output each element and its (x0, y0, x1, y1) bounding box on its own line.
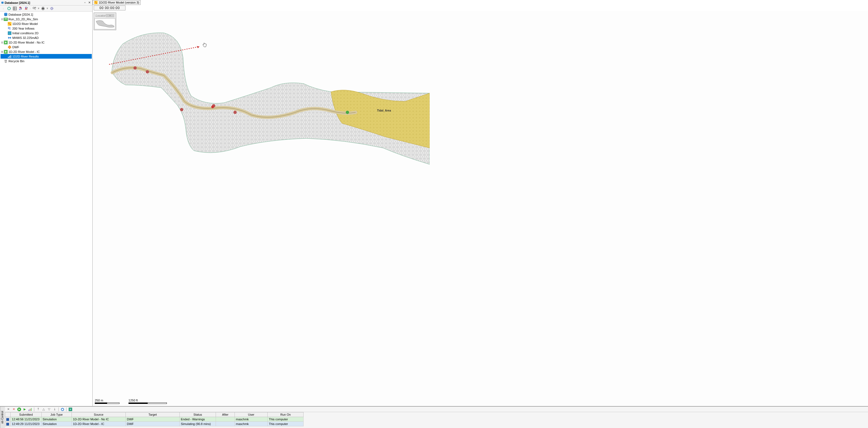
tree-sim-group[interactable]: ⊟ Run_1D_2D_Riv_Sim (1, 17, 92, 21)
drag-arrow-icon (109, 44, 205, 66)
svg-rect-20 (4, 18, 7, 19)
sim-group-icon (4, 17, 8, 21)
svg-rect-30 (8, 57, 8, 58)
tree-model-ic[interactable]: ⊞ 1D-2D River Model - IC (1, 49, 92, 54)
table-row[interactable]: 12:49:29 11/21/2023 Simulation 1D-2D Riv… (5, 422, 304, 426)
map-view: 1D/2D River Model (version 3) 00 00:00:0… (93, 0, 868, 406)
col-marker[interactable] (5, 412, 11, 417)
svg-point-35 (95, 2, 96, 2)
panel-title: Database [2024.1] (5, 1, 83, 4)
collapse-icon[interactable]: ⊟ (1, 41, 4, 44)
sort-za-icon[interactable]: ZA (24, 6, 29, 11)
gear-icon[interactable] (50, 6, 54, 11)
svg-rect-49 (30, 408, 30, 411)
svg-rect-32 (10, 55, 11, 58)
top-button[interactable]: ⤒ (36, 407, 40, 411)
svg-rect-48 (29, 410, 29, 411)
print-icon[interactable] (41, 6, 45, 11)
delete-job-button[interactable]: ✕ (11, 407, 16, 411)
job-table[interactable]: Submitted Job Type Source Target Status … (5, 412, 868, 428)
tab-title: 1D/2D River Model (version 3) (99, 1, 139, 4)
svg-rect-50 (31, 408, 32, 411)
tree-model-no-ic[interactable]: ⊟ 1D-2D River Model - No IC (1, 40, 92, 45)
svg-point-43 (211, 105, 214, 108)
init-cond-icon (7, 31, 12, 35)
svg-rect-2 (13, 7, 17, 10)
model-icon (94, 1, 98, 4)
map-canvas[interactable]: Locator × (93, 11, 868, 406)
col-submitted[interactable]: Submitted (11, 412, 42, 417)
table-row[interactable]: 12:48:56 11/21/2023 Simulation 1D-2D Riv… (5, 417, 304, 422)
export-button[interactable] (68, 407, 72, 411)
up-button[interactable]: △ (41, 407, 46, 411)
level-icon (7, 36, 12, 40)
row-marker[interactable] (5, 422, 11, 426)
col-user[interactable]: User (235, 412, 268, 417)
row-marker[interactable] (5, 417, 11, 422)
col-status[interactable]: Status (180, 412, 216, 417)
find-icon[interactable] (32, 6, 36, 11)
expand-icon[interactable]: ⊞ (1, 51, 4, 53)
tree-init-cond[interactable]: Initial conditions 2D (1, 31, 92, 35)
up-arrow-icon[interactable]: ↑ (1, 6, 5, 11)
svg-rect-31 (9, 56, 10, 58)
tree-recycle-bin[interactable]: Recycle Bin (1, 59, 92, 63)
refresh-button[interactable] (60, 407, 65, 411)
tree-river-model[interactable]: 1D/2D River Model (1, 21, 92, 26)
tree-results[interactable]: 1D2D River Results (1, 54, 92, 59)
svg-rect-15 (42, 9, 44, 10)
tree-mhws[interactable]: MHWS 32.225mAD (1, 35, 92, 40)
run-all-button[interactable] (17, 407, 21, 411)
database-tree[interactable]: Database [2024.1] ⊟ Run_1D_2D_Riv_Sim 1D… (0, 11, 92, 406)
svg-point-40 (146, 70, 149, 73)
view-tab[interactable]: 1D/2D River Model (version 3) (93, 0, 141, 5)
trash-icon (4, 59, 8, 63)
col-target[interactable]: Target (125, 412, 180, 417)
col-run-on[interactable]: Run On (268, 412, 304, 417)
close-button[interactable]: ✕ (87, 1, 91, 5)
job-toolbar: ✕ ✕ ▶ ⤒ △ ▽ ⤓ (5, 407, 868, 412)
svg-point-16 (51, 8, 53, 9)
job-control-tab[interactable]: ob Control (0, 407, 5, 428)
results-icon (7, 55, 12, 58)
sidebar-header: Database [2024.1] ▫ ✕ (0, 0, 92, 5)
svg-point-44 (234, 111, 237, 114)
svg-point-12 (35, 7, 36, 8)
minimize-button[interactable]: ▫ (83, 1, 87, 5)
scale-bar: 250 m 1250 ft (95, 399, 167, 404)
col-source[interactable]: Source (72, 412, 126, 417)
collapse-icon[interactable]: ⊟ (1, 18, 4, 21)
svg-line-46 (109, 47, 199, 64)
database-icon (1, 1, 4, 4)
svg-point-23 (10, 24, 11, 25)
svg-rect-34 (94, 1, 97, 4)
close-panel-button[interactable]: ✕ (6, 407, 10, 411)
svg-point-36 (96, 3, 97, 4)
run-icon (4, 50, 8, 54)
chart-button[interactable] (28, 407, 32, 411)
scale-meters-label: 250 m (95, 399, 103, 402)
refresh-icon[interactable] (7, 6, 11, 11)
svg-rect-24 (8, 32, 11, 34)
sidebar-toolbar: ↑ AZ ZA · ▾ ▾ (0, 5, 92, 11)
run-button[interactable]: ▶ (23, 407, 27, 411)
tree-inflows[interactable]: 200 Year Inflows (1, 26, 92, 31)
tree-dwf[interactable]: DWF (1, 45, 92, 49)
job-control-panel: ob Control ✕ ✕ ▶ ⤒ △ ▽ ⤓ Submitted (0, 406, 868, 428)
tree-root[interactable]: Database [2024.1] (1, 12, 92, 17)
svg-rect-14 (42, 7, 44, 8)
bottom-button[interactable]: ⤓ (52, 407, 57, 411)
col-job-type[interactable]: Job Type (41, 412, 72, 417)
model-icon (7, 22, 12, 26)
tidal-area-label: Tidal_Area (377, 109, 391, 112)
col-after[interactable]: After (216, 412, 235, 417)
grid-icon[interactable] (12, 6, 17, 11)
svg-point-45 (346, 111, 349, 114)
sort-az-icon[interactable]: AZ (18, 6, 23, 11)
dwf-icon (7, 45, 12, 49)
down-button[interactable]: ▽ (47, 407, 51, 411)
svg-point-10 (33, 7, 34, 9)
svg-point-22 (8, 23, 9, 24)
table-header-row: Submitted Job Type Source Target Status … (5, 412, 304, 417)
svg-rect-19 (4, 18, 8, 21)
